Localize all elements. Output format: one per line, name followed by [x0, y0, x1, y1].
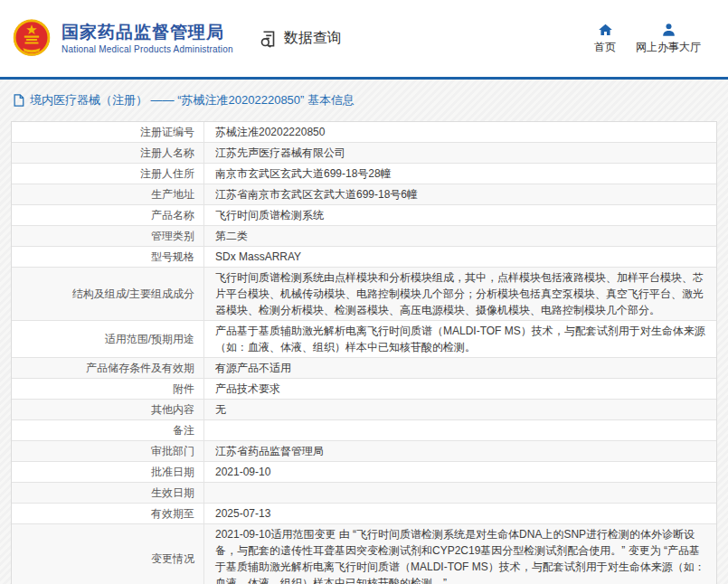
table-row-valid-until: 有效期至 2025-07-13 — [12, 503, 716, 523]
user-icon — [661, 23, 676, 37]
table-row-approval-date: 批准日期 2021-09-10 — [12, 461, 716, 482]
nav-online-service-hall[interactable]: 网上办事大厅 — [636, 23, 701, 55]
field-value: 江苏省药品监督管理局 — [204, 441, 716, 461]
field-value: 产品基于基质辅助激光解析电离飞行时间质谱（MALDI-TOF MS）技术，与配套… — [204, 321, 716, 357]
brand-titles: 国家药品监督管理局 National Medical Products Admi… — [61, 23, 233, 54]
field-label: 备注 — [12, 420, 204, 440]
field-value: 2021-09-10适用范围变更 由 “飞行时间质谱检测系统是对生命体DNA上的… — [204, 524, 716, 584]
field-value: 飞行时间质谱检测系统由点样模块和分析模块组成，其中，点样模块包括液路模块、加样平… — [204, 268, 716, 320]
table-row-approval-department: 审批部门 江苏省药品监督管理局 — [12, 440, 716, 461]
field-label: 其他内容 — [12, 400, 204, 419]
field-label: 批准日期 — [12, 462, 204, 482]
table-row-management-class: 管理类别 第二类 — [12, 225, 716, 246]
brand-title-cn: 国家药品监督管理局 — [61, 23, 233, 42]
field-value: 飞行时间质谱检测系统 — [204, 205, 716, 225]
page: 国家药品监督管理局 National Medical Products Admi… — [0, 0, 728, 584]
table-row-product-name: 产品名称 飞行时间质谱检测系统 — [12, 204, 716, 225]
field-value — [204, 483, 716, 503]
field-label: 管理类别 — [12, 226, 204, 246]
field-label: 变更情况 — [12, 524, 204, 584]
table-row-remarks: 备注 — [12, 419, 716, 440]
table-row-other-content: 其他内容 无 — [12, 399, 716, 419]
field-label: 注册人住所 — [12, 164, 204, 184]
table-row-attachment: 附件 产品技术要求 — [12, 378, 716, 399]
field-label: 型号规格 — [12, 247, 204, 267]
field-value: 产品技术要求 — [204, 379, 716, 399]
table-row-structure-composition: 结构及组成/主要组成成分 飞行时间质谱检测系统由点样模块和分析模块组成，其中，点… — [12, 267, 716, 320]
table-row-production-address: 生产地址 江苏省南京市玄武区玄武大道699-18号6幢 — [12, 184, 716, 204]
field-value: 有源产品不适用 — [204, 358, 716, 378]
top-nav: 首页 网上办事大厅 — [594, 23, 701, 55]
field-value: 江苏省南京市玄武区玄武大道699-18号6幢 — [204, 184, 716, 204]
field-value: SDx MassARRAY — [204, 247, 716, 267]
breadcrumb-text: 境内医疗器械（注册） —— “苏械注准20202220850” 基本信息 — [30, 92, 355, 108]
table-row-storage-conditions: 产品储存条件及有效期 有源产品不适用 — [12, 357, 716, 378]
nav-online-service-hall-label: 网上办事大厅 — [636, 40, 701, 55]
table-row-change-history: 变更情况 2021-09-10适用范围变更 由 “飞行时间质谱检测系统是对生命体… — [12, 523, 716, 584]
home-icon — [598, 23, 613, 37]
field-value: 第二类 — [204, 226, 716, 246]
table-row-intended-use: 适用范围/预期用途 产品基于基质辅助激光解析电离飞行时间质谱（MALDI-TOF… — [12, 320, 716, 357]
field-label: 结构及组成/主要组成成分 — [12, 268, 204, 320]
field-label: 生产地址 — [12, 184, 204, 204]
field-value: 苏械注准20202220850 — [204, 122, 716, 142]
field-label: 产品名称 — [12, 205, 204, 225]
data-query-label: 数据查询 — [284, 29, 342, 48]
registration-info-table: 注册证编号 苏械注准20202220850 注册人名称 江苏先声医疗器械有限公司… — [11, 121, 717, 584]
content-area: 境内医疗器械（注册） —— “苏械注准20202220850” 基本信息 注册证… — [0, 80, 728, 584]
brand-title-en: National Medical Products Administration — [61, 44, 233, 54]
table-row-registration-no: 注册证编号 苏械注准20202220850 — [12, 122, 716, 142]
field-label: 生效日期 — [12, 483, 204, 503]
nmpa-logo[interactable]: 国家药品监督管理局 National Medical Products Admi… — [12, 17, 233, 61]
field-label: 注册人名称 — [12, 143, 204, 163]
field-label: 产品储存条件及有效期 — [12, 358, 204, 378]
field-value: 2021-09-10 — [204, 462, 716, 482]
field-value: 无 — [204, 400, 716, 419]
document-icon — [13, 94, 24, 107]
data-query-nav[interactable]: 数据查询 — [259, 29, 342, 49]
nav-home-label: 首页 — [594, 40, 616, 55]
field-label: 注册证编号 — [12, 122, 204, 142]
table-row-effective-date: 生效日期 — [12, 482, 716, 503]
field-value: 南京市玄武区玄武大道699-18号28幢 — [204, 164, 716, 184]
table-row-registrant-name: 注册人名称 江苏先声医疗器械有限公司 — [12, 142, 716, 163]
field-value: 2025-07-13 — [204, 504, 716, 523]
national-emblem-icon — [12, 17, 52, 61]
field-label: 附件 — [12, 379, 204, 399]
field-label: 有效期至 — [12, 504, 204, 523]
field-value: 江苏先声医疗器械有限公司 — [204, 143, 716, 163]
field-value — [204, 420, 716, 440]
document-search-icon — [259, 29, 279, 49]
site-header: 国家药品监督管理局 National Medical Products Admi… — [0, 0, 728, 80]
nav-home[interactable]: 首页 — [594, 23, 616, 55]
table-row-model-spec: 型号规格 SDx MassARRAY — [12, 246, 716, 267]
field-label: 适用范围/预期用途 — [12, 321, 204, 357]
table-row-registrant-address: 注册人住所 南京市玄武区玄武大道699-18号28幢 — [12, 163, 716, 184]
field-label: 审批部门 — [12, 441, 204, 461]
breadcrumb: 境内医疗器械（注册） —— “苏械注准20202220850” 基本信息 — [13, 92, 717, 108]
